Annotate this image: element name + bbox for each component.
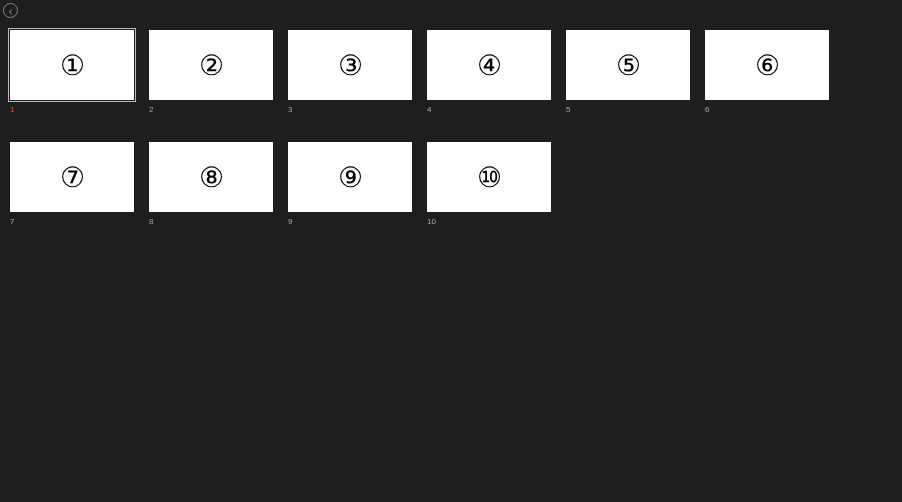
- slide-thumb: ②: [149, 30, 273, 100]
- slide-thumb: ①: [10, 30, 134, 100]
- slide-thumb: ④: [427, 30, 551, 100]
- slide-number-label: 6: [705, 105, 829, 114]
- slide-number-label: 3: [288, 105, 412, 114]
- slide-thumb: ⑥: [705, 30, 829, 100]
- slide-thumb: ⑨: [288, 142, 412, 212]
- slide-number-label: 8: [149, 217, 273, 226]
- slide-thumb: ⑩: [427, 142, 551, 212]
- slide-thumbnail-3[interactable]: ③3: [288, 30, 412, 114]
- slide-thumb: ⑤: [566, 30, 690, 100]
- slide-number-label: 9: [288, 217, 412, 226]
- slide-number-label: 10: [427, 217, 551, 226]
- slide-thumbnail-7[interactable]: ⑦7: [10, 142, 134, 226]
- slide-number-label: 4: [427, 105, 551, 114]
- arrow-left-icon: [7, 2, 15, 20]
- slide-thumb: ⑦: [10, 142, 134, 212]
- slide-thumbnail-8[interactable]: ⑧8: [149, 142, 273, 226]
- slide-grid: ①1②2③3④4⑤5⑥6⑦7⑧8⑨9⑩10: [10, 30, 890, 226]
- slide-thumbnail-5[interactable]: ⑤5: [566, 30, 690, 114]
- slide-number-label: 1: [10, 105, 134, 114]
- slide-thumbnail-1[interactable]: ①1: [10, 30, 134, 114]
- slide-thumbnail-4[interactable]: ④4: [427, 30, 551, 114]
- back-button[interactable]: [3, 3, 18, 18]
- slide-thumb: ③: [288, 30, 412, 100]
- slide-thumbnail-6[interactable]: ⑥6: [705, 30, 829, 114]
- slide-number-label: 5: [566, 105, 690, 114]
- slide-number-label: 2: [149, 105, 273, 114]
- slide-thumbnail-2[interactable]: ②2: [149, 30, 273, 114]
- slide-thumb: ⑧: [149, 142, 273, 212]
- slide-thumbnail-9[interactable]: ⑨9: [288, 142, 412, 226]
- slide-thumbnail-10[interactable]: ⑩10: [427, 142, 551, 226]
- slide-number-label: 7: [10, 217, 134, 226]
